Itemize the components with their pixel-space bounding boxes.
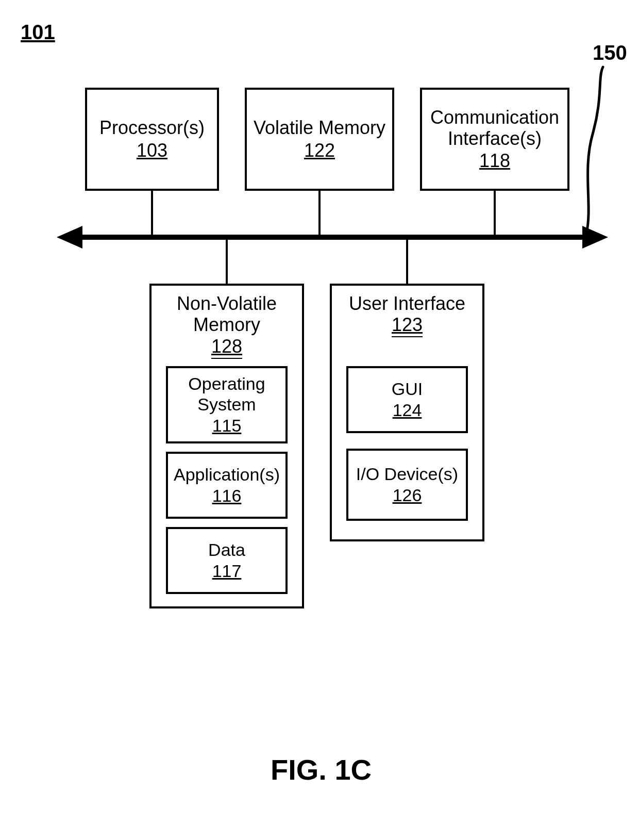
operating-system-label: Operating System	[168, 374, 285, 414]
gui-label: GUI	[392, 379, 423, 399]
nonvolatile-memory-box: Non-Volatile Memory 128 Operating System…	[149, 284, 304, 608]
svg-marker-1	[57, 226, 82, 249]
volatile-memory-label: Volatile Memory	[254, 117, 385, 138]
processor-ref: 103	[137, 140, 167, 161]
io-devices-box: I/O Device(s) 126	[346, 449, 468, 521]
user-interface-ref: 123	[392, 314, 423, 337]
svg-marker-2	[582, 226, 608, 249]
io-devices-ref: 126	[393, 485, 422, 505]
volatile-memory-ref: 122	[304, 140, 335, 161]
figure-label: FIG. 1C	[271, 753, 372, 786]
communication-interface-ref: 118	[479, 150, 510, 172]
gui-box: GUI 124	[346, 366, 468, 433]
bus-reference-number: 150	[593, 41, 627, 64]
user-interface-title: User Interface	[349, 293, 465, 314]
communication-interface-box: Communication Interface(s) 118	[420, 88, 569, 191]
data-ref: 117	[212, 561, 242, 581]
io-devices-label: I/O Device(s)	[356, 464, 458, 484]
data-label: Data	[208, 540, 245, 560]
system-reference-number: 101	[21, 21, 55, 44]
applications-label: Application(s)	[174, 465, 280, 485]
applications-box: Application(s) 116	[166, 452, 288, 519]
volatile-memory-box: Volatile Memory 122	[245, 88, 394, 191]
diagram-canvas: 101 150 Processor(s) 103 Volatile Memory…	[0, 0, 639, 840]
processor-label: Processor(s)	[99, 117, 205, 138]
nonvolatile-bus-connector	[226, 237, 228, 284]
communication-interface-label: Communication Interface(s)	[422, 107, 567, 150]
userinterface-bus-connector	[406, 237, 408, 284]
nonvolatile-title: Non-Volatile Memory	[152, 293, 302, 336]
operating-system-ref: 115	[212, 416, 242, 436]
volatile-bus-connector	[318, 191, 321, 237]
processor-bus-connector	[151, 191, 153, 237]
operating-system-box: Operating System 115	[166, 366, 288, 443]
data-box: Data 117	[166, 527, 288, 594]
processor-box: Processor(s) 103	[85, 88, 219, 191]
user-interface-box: User Interface 123 GUI 124 I/O Device(s)…	[330, 284, 484, 541]
nonvolatile-ref: 128	[211, 336, 242, 359]
communication-bus-connector	[494, 191, 496, 237]
applications-ref: 116	[212, 486, 242, 506]
gui-ref: 124	[393, 400, 422, 420]
